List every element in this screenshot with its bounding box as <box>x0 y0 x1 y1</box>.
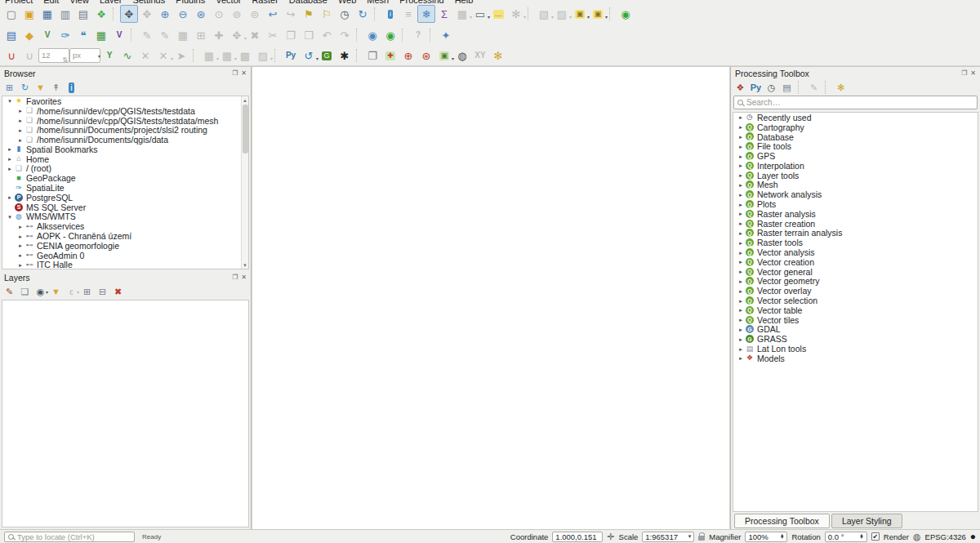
add-raster-layer-icon[interactable]: V <box>38 26 56 44</box>
toolbox-raster-tools[interactable]: ▸ Q Raster tools <box>733 238 978 247</box>
zoom-out-icon[interactable]: ⊖ <box>174 5 192 23</box>
expander-icon[interactable]: ▸ <box>16 118 24 123</box>
coordinate-field[interactable]: 1.000,0.151 <box>552 532 603 542</box>
browser-item-favorites[interactable]: ▾ ★ Favorites <box>2 96 248 106</box>
expander-icon[interactable]: ▸ <box>737 259 745 265</box>
model-designer-icon[interactable]: ❖ <box>733 81 747 94</box>
options-icon[interactable]: ✻ <box>834 81 848 94</box>
add-group-icon[interactable]: ❏ <box>18 285 32 298</box>
crs-value[interactable]: EPSG:4326 <box>925 532 966 541</box>
pan-to-selection-icon[interactable]: ✥ <box>138 5 156 23</box>
tracing-icon[interactable]: Y <box>100 47 118 65</box>
add-postgis-layer-icon[interactable]: ▦ <box>92 26 110 44</box>
select-rectangle-icon[interactable]: ▧ <box>535 5 553 23</box>
python-console-icon[interactable]: Py <box>282 47 300 65</box>
current-edits-icon[interactable]: ✎ <box>138 26 156 44</box>
collapse-all-layers-icon[interactable]: ⊟ <box>96 285 109 298</box>
toolbox-vector-table[interactable]: ▸ Q Vector table <box>733 305 978 315</box>
lock-scale-icon[interactable] <box>698 536 705 541</box>
edit-in-place-icon[interactable]: ✎ <box>807 81 821 94</box>
expander-icon[interactable]: ▸ <box>737 346 745 352</box>
tab-layer-styling[interactable]: Layer Styling <box>831 514 902 528</box>
expander-icon[interactable]: ▸ <box>6 156 14 162</box>
browser-item-geopackage[interactable]: ■ GeoPackage <box>2 173 248 183</box>
vertex-tool-icon[interactable]: ✕ <box>136 47 154 65</box>
expander-icon[interactable]: ▸ <box>737 355 745 361</box>
browser-item-root[interactable]: ▸ ❏ / (root) <box>2 164 248 174</box>
magnifier-spinbox[interactable]: 100% ▲▼ <box>745 532 787 542</box>
expander-icon[interactable]: ▾ <box>6 98 14 104</box>
expander-icon[interactable]: ▸ <box>737 230 745 236</box>
advanced-digitize-icon-4[interactable]: ▨ <box>254 47 272 65</box>
add-afs-layer-icon[interactable]: ◉ <box>363 26 381 44</box>
advanced-digitize-icon-3[interactable]: ▩ <box>236 47 254 65</box>
zoom-native-icon[interactable]: ⊜ <box>246 5 264 23</box>
expander-icon[interactable]: ▸ <box>737 250 745 256</box>
select-features-by-value-icon[interactable]: ≡ <box>399 5 417 23</box>
layers-list-empty[interactable] <box>2 300 249 527</box>
toolbox-gps[interactable]: ▸ Q GPS <box>733 151 978 161</box>
expander-icon[interactable]: ▸ <box>737 240 745 246</box>
expander-icon[interactable]: ▸ <box>6 194 14 200</box>
open-layer-styling-icon[interactable]: ✎ <box>2 285 16 298</box>
toolbox-raster-creation[interactable]: ▸ Q Raster creation <box>733 219 978 229</box>
results-viewer-icon[interactable]: ▤ <box>780 81 794 94</box>
digitize-with-segment-icon[interactable]: ⊞ <box>192 26 210 44</box>
processing-search-input[interactable] <box>746 98 973 107</box>
move-feature-icon[interactable]: ✥ <box>228 26 246 44</box>
dark-globe-icon[interactable]: ◍ <box>453 47 471 65</box>
float-panel-icon[interactable]: ❐ <box>232 70 238 77</box>
browser-item-aopk[interactable]: ▸ ⊷ AOPK - Chraněná území <box>2 231 248 241</box>
browser-item-qgis-data[interactable]: ▸ ❏ /home/isunni/Documents/qgis/data <box>2 135 248 145</box>
browser-item-testdata-mesh[interactable]: ▸ ❏ /home/isunni/dev/cpp/QGIS/tests/test… <box>2 116 248 126</box>
toolbox-raster-terrain-analysis[interactable]: ▸ Q Raster terrain analysis <box>733 229 978 238</box>
toolbox-plots[interactable]: ▸ Q Plots <box>733 199 978 209</box>
expander-icon[interactable]: ▸ <box>737 288 745 294</box>
browser-item-itc-halle[interactable]: ▸ ⊷ ITC Halle <box>2 260 248 269</box>
collapse-all-icon[interactable]: ↟ <box>49 81 63 94</box>
temporal-controller-icon[interactable]: ◷ <box>336 5 354 23</box>
processing-refresh-icon[interactable]: ↺ <box>300 47 318 65</box>
float-panel-icon[interactable]: ❐ <box>961 70 967 77</box>
toolbox-vector-creation[interactable]: ▸ Q Vector creation <box>733 257 978 267</box>
expander-icon[interactable]: ▸ <box>737 327 745 332</box>
tab-processing-toolbox[interactable]: Processing Toolbox <box>734 514 830 528</box>
toolbox-vector-selection[interactable]: ▸ Q Vector selection <box>733 296 978 305</box>
expander-icon[interactable]: ▸ <box>6 146 14 152</box>
zoom-in-icon[interactable]: ⊕ <box>156 5 174 23</box>
new-project-icon[interactable]: ▢ <box>2 5 20 23</box>
toolbox-network-analysis[interactable]: ▸ Q Network analysis <box>733 189 978 199</box>
browser-item-wms[interactable]: ▾ ◍ WMS/WMTS <box>2 212 248 222</box>
toolbox-file-tools[interactable]: ▸ Q File tools <box>733 141 978 151</box>
toolbox-models[interactable]: ▸ ❖ Models <box>733 354 978 363</box>
add-mesh-layer-icon[interactable]: ✑ <box>56 26 74 44</box>
spinner-arrows-icon[interactable]: ▲▼ <box>859 534 863 539</box>
expander-icon[interactable]: ▸ <box>737 162 745 168</box>
snapping-tolerance-spinbox[interactable]: 12 <box>38 48 69 63</box>
zoom-to-selection-icon[interactable]: ⊙ <box>210 5 228 23</box>
new-print-layout-icon[interactable]: ▥ <box>56 5 74 23</box>
snapping-units-combo[interactable]: px <box>69 48 100 63</box>
browser-item-alksservices[interactable]: ▸ ⊷ Alksservices <box>2 221 248 231</box>
browser-item-mssql[interactable]: S MS SQL Server <box>2 203 248 212</box>
scroll-thumb[interactable] <box>243 105 248 154</box>
scroll-up-icon[interactable]: ▲ <box>242 96 248 104</box>
close-panel-icon[interactable]: ✕ <box>970 70 976 77</box>
snapping-options-icon[interactable]: ∪ <box>20 47 38 65</box>
messages-icon[interactable]: ● <box>970 532 976 541</box>
expander-icon[interactable]: ▸ <box>737 336 745 342</box>
toolbox-lat-lon-tools[interactable]: ▸ ▤ Lat Lon tools <box>733 344 978 354</box>
expander-icon[interactable]: ▸ <box>16 224 24 229</box>
layer-labeling-icon[interactable]: ▣ <box>571 5 589 23</box>
remove-layer-icon[interactable]: ✖ <box>111 285 125 298</box>
spinner-arrows-icon[interactable]: ▲▼ <box>780 534 784 539</box>
refresh-map-icon[interactable]: ↻ <box>354 5 372 23</box>
toolbox-mesh[interactable]: ▸ Q Mesh <box>733 180 978 190</box>
attribute-table-icon[interactable]: ▦ <box>453 5 471 23</box>
map-frame-icon[interactable]: ▣ <box>435 47 453 65</box>
redo-icon[interactable]: ↷ <box>336 26 354 44</box>
rotation-spinbox[interactable]: 0.0 ° ▲▼ <box>825 532 867 542</box>
render-checkbox[interactable]: ✔ <box>871 532 880 541</box>
show-spatial-bookmarks-icon[interactable]: ⚐ <box>318 5 336 23</box>
scroll-down-icon[interactable]: ▼ <box>242 261 248 269</box>
